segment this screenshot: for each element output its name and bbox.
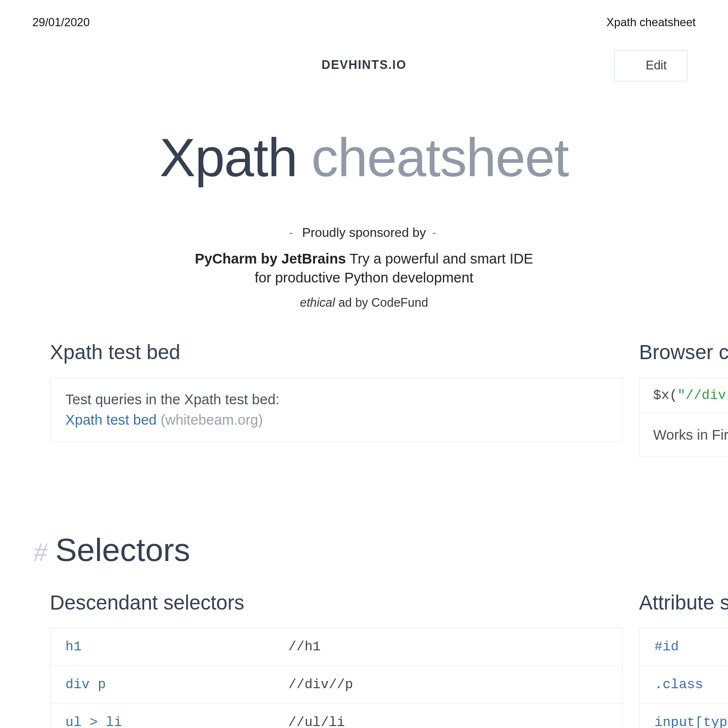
- sponsor-body[interactable]: PyCharm by JetBrains Try a powerful and …: [189, 249, 539, 288]
- xpath-selector: //h1: [274, 628, 622, 665]
- console-code-fn: $x(: [653, 387, 678, 403]
- attribute-table: #id .class input[type a#abc[for: [639, 628, 728, 728]
- header-date: 29/01/2020: [33, 16, 90, 30]
- selectors-heading: # Selectors: [0, 531, 728, 568]
- sponsor-footer[interactable]: ethical ad by CodeFund: [0, 296, 728, 310]
- header-doc-title: Xpath cheatsheet: [607, 16, 696, 30]
- selectors-title: Selectors: [55, 531, 190, 568]
- testbed-line1: Test queries in the Xpath test bed:: [66, 392, 608, 408]
- testbed-link[interactable]: Xpath test bed: [66, 412, 157, 427]
- console-code-str: "//div: [678, 387, 726, 403]
- table-row: input[type: [640, 704, 728, 728]
- testbed-link-note: (whitebeam.org): [161, 412, 263, 427]
- table-row: .class: [640, 666, 728, 704]
- sponsor-name: PyCharm by JetBrains: [195, 251, 346, 266]
- testbed-card: Test queries in the Xpath test bed: Xpat…: [50, 377, 623, 442]
- table-row: div p //div//p: [50, 666, 622, 704]
- testbed-title: Xpath test bed: [50, 341, 623, 364]
- title-main: Xpath: [160, 128, 297, 188]
- edit-button[interactable]: Edit: [614, 50, 687, 82]
- page-header: 29/01/2020 Xpath cheatsheet: [0, 0, 728, 30]
- table-row: #id: [640, 628, 728, 666]
- sponsor-block: Proudly sponsored by PyCharm by JetBrain…: [0, 225, 728, 310]
- descendant-title: Descendant selectors: [50, 591, 623, 614]
- css-selector: div p: [50, 666, 273, 703]
- table-row: h1 //h1: [50, 628, 622, 666]
- console-code: $x("//div: [639, 377, 728, 413]
- descendant-table: h1 //h1 div p //div//p ul > li //ul/li u…: [50, 628, 623, 728]
- xpath-selector: //ul/li: [274, 704, 622, 728]
- css-selector: h1: [50, 628, 273, 665]
- console-note: Works in Fir: [639, 413, 728, 457]
- xpath-selector: //div//p: [274, 666, 622, 703]
- site-brand[interactable]: DEVHINTS.IO: [321, 58, 406, 72]
- brand-row: DEVHINTS.IO Edit: [0, 58, 728, 89]
- sponsor-footer-rest: ad by CodeFund: [335, 296, 428, 309]
- table-row: ul > li //ul/li: [50, 704, 622, 728]
- hash-icon: #: [33, 536, 47, 567]
- page-title: Xpath cheatsheet: [0, 127, 728, 189]
- sponsor-ethical: ethical: [300, 296, 335, 309]
- sponsor-label: Proudly sponsored by: [0, 225, 728, 240]
- attribute-title: Attribute s: [639, 591, 728, 614]
- css-selector: ul > li: [50, 704, 273, 728]
- title-sub: cheatsheet: [312, 128, 569, 188]
- console-title: Browser co: [639, 341, 728, 364]
